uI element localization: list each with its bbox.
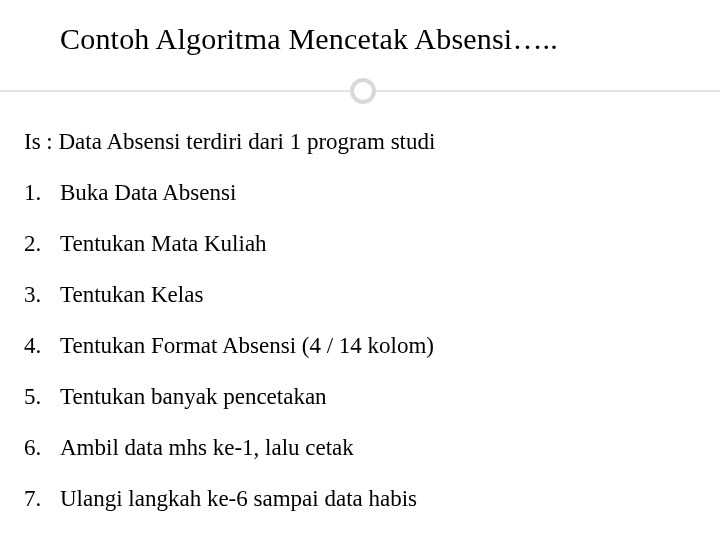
list-item: Tentukan Mata Kuliah bbox=[20, 218, 700, 269]
steps-list: Buka Data Absensi Tentukan Mata Kuliah T… bbox=[20, 167, 700, 524]
list-item: Tentukan banyak pencetakan bbox=[20, 371, 700, 422]
circle-icon bbox=[350, 78, 376, 104]
slide-body: Is : Data Absensi terdiri dari 1 program… bbox=[0, 108, 720, 524]
list-item: Tentukan Format Absensi (4 / 14 kolom) bbox=[20, 320, 700, 371]
slide-title: Contoh Algoritma Mencetak Absensi….. bbox=[0, 0, 720, 74]
intro-text: Is : Data Absensi terdiri dari 1 program… bbox=[24, 130, 696, 153]
list-item: Tentukan Kelas bbox=[20, 269, 700, 320]
divider bbox=[0, 74, 720, 108]
list-item: Ulangi langkah ke-6 sampai data habis bbox=[20, 473, 700, 524]
list-item: Buka Data Absensi bbox=[20, 167, 700, 218]
list-item: Ambil data mhs ke-1, lalu cetak bbox=[20, 422, 700, 473]
slide: Contoh Algoritma Mencetak Absensi….. Is … bbox=[0, 0, 720, 540]
